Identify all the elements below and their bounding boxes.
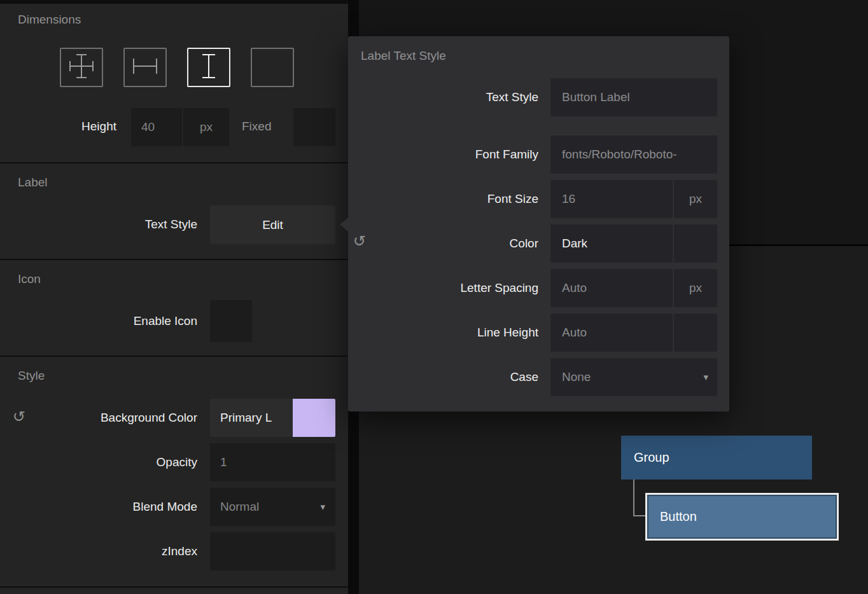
divider <box>0 356 348 357</box>
width-constraint-icon <box>131 53 159 81</box>
height-input[interactable]: 40 <box>131 108 182 146</box>
case-label: Case <box>348 370 538 384</box>
width-height-constraint-icon <box>67 53 95 81</box>
tree-connector-vertical <box>633 480 634 516</box>
icon-section-title: Icon <box>18 272 41 286</box>
color-input[interactable]: Dark <box>550 224 673 263</box>
font-size-label: Font Size <box>348 192 538 206</box>
opacity-input[interactable]: 1 <box>210 443 335 481</box>
dimension-mode-height-button[interactable] <box>187 48 230 87</box>
background-color-label: Background Color <box>25 411 197 425</box>
tree-connector-horizontal <box>633 515 646 516</box>
enable-icon-checkbox[interactable] <box>210 300 252 342</box>
text-style-row: Text Style Button Label <box>348 78 717 116</box>
dimension-mode-width-button[interactable] <box>123 48 167 87</box>
line-height-label: Line Height <box>348 326 538 340</box>
divider <box>0 162 348 163</box>
color-row: Color Dark <box>348 224 717 263</box>
case-value: None <box>562 370 591 384</box>
case-select[interactable]: None ▾ <box>550 358 717 396</box>
divider <box>0 259 348 260</box>
height-unit-toggle[interactable]: px <box>183 108 229 146</box>
inspector-panel: Dimensions <box>0 0 348 594</box>
label-text-style-popup: ↺ Label Text Style Text Style Button Lab… <box>348 36 729 411</box>
group-node-label: Group <box>634 450 669 465</box>
fixed-label: Fixed <box>242 120 271 134</box>
group-node[interactable]: Group <box>621 436 812 480</box>
letter-spacing-row: Letter Spacing Auto px <box>348 269 717 307</box>
blend-mode-value: Normal <box>220 500 259 514</box>
font-family-input[interactable]: fonts/Roboto/Roboto- <box>550 135 717 174</box>
chevron-down-icon: ▾ <box>703 373 708 382</box>
letter-spacing-unit-toggle[interactable]: px <box>674 269 717 307</box>
case-row: Case None ▾ <box>348 358 717 396</box>
popup-title: Label Text Style <box>361 49 446 63</box>
color-swatch-box[interactable] <box>674 224 717 263</box>
divider <box>0 586 348 588</box>
dimension-mode-none-button[interactable] <box>251 48 294 87</box>
line-height-row: Line Height Auto <box>348 314 717 352</box>
text-style-edit-button[interactable]: Edit <box>210 205 335 244</box>
font-family-row: Font Family fonts/Roboto/Roboto- <box>348 135 717 174</box>
style-section-title: Style <box>18 369 45 383</box>
opacity-label: Opacity <box>25 455 197 469</box>
popup-pointer <box>340 218 348 231</box>
font-size-input[interactable]: 16 <box>550 180 673 218</box>
text-style-label: Text Style <box>348 90 538 104</box>
text-style-input[interactable]: Button Label <box>550 78 717 116</box>
dimensions-section-title: Dimensions <box>18 13 81 27</box>
height-constraint-icon <box>195 53 223 81</box>
reset-icon[interactable]: ↺ <box>13 409 25 424</box>
button-node[interactable]: Button <box>645 493 839 541</box>
blend-mode-select[interactable]: Normal ▾ <box>210 488 335 526</box>
zindex-input[interactable] <box>210 532 335 570</box>
font-family-label: Font Family <box>348 148 538 162</box>
button-node-label: Button <box>660 509 697 524</box>
letter-spacing-input[interactable]: Auto <box>550 269 673 307</box>
chevron-down-icon: ▾ <box>320 502 325 512</box>
background-color-button[interactable]: Primary L <box>210 399 335 437</box>
background-color-swatch[interactable] <box>293 399 335 437</box>
font-size-row: Font Size 16 px <box>348 180 717 218</box>
font-size-unit-toggle[interactable]: px <box>674 180 717 218</box>
text-style-label: Text Style <box>25 218 197 231</box>
height-label: Height <box>41 120 116 134</box>
color-label: Color <box>348 237 538 251</box>
letter-spacing-label: Letter Spacing <box>348 281 538 295</box>
label-section-title: Label <box>18 176 48 190</box>
fixed-checkbox[interactable] <box>293 108 335 146</box>
enable-icon-label: Enable Icon <box>25 314 197 328</box>
blend-mode-label: Blend Mode <box>25 500 197 514</box>
background-color-value[interactable]: Primary L <box>210 399 293 437</box>
line-height-unit-box[interactable] <box>674 314 717 352</box>
line-height-input[interactable]: Auto <box>550 314 673 352</box>
dimension-mode-width-height-button[interactable] <box>60 48 103 87</box>
divider <box>0 0 348 4</box>
zindex-label: zIndex <box>25 544 197 558</box>
